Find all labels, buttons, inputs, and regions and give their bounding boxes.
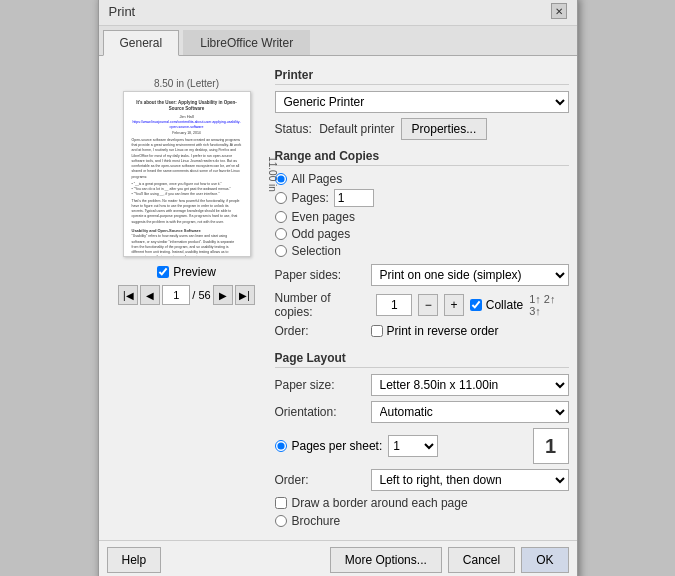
status-label: Status: Default printer	[275, 122, 395, 136]
titlebar: Print ✕	[99, 0, 577, 26]
preview-label: Preview	[173, 265, 216, 279]
tab-bar: General LibreOffice Writer	[99, 26, 577, 56]
selection-label: Selection	[292, 244, 341, 258]
pages-sheet-radio: Pages per sheet:	[275, 439, 383, 453]
last-page-button[interactable]: ▶|	[235, 285, 255, 305]
border-label: Draw a border around each page	[292, 496, 468, 510]
first-page-button[interactable]: |◀	[118, 285, 138, 305]
tab-writer[interactable]: LibreOffice Writer	[183, 30, 310, 55]
pages-sheet-label: Pages per sheet:	[292, 439, 383, 453]
preview-content: It's about the User: Applying Usability …	[132, 100, 242, 257]
even-pages-label: Even pages	[292, 210, 355, 224]
paper-size-row: Paper size: Letter 8.50in x 11.00in	[275, 374, 569, 396]
preview-nav: |◀ ◀ / 56 ▶ ▶|	[118, 285, 254, 305]
preview-panel: 8.50 in (Letter) It's about the User: Ap…	[107, 64, 267, 532]
border-row: Draw a border around each page	[275, 496, 569, 510]
dialog-footer: Help More Options... Cancel OK	[99, 540, 577, 576]
copies-input[interactable]	[376, 294, 412, 316]
collate-check: Collate 1↑ 2↑ 3↑	[470, 293, 569, 317]
dialog-body: 8.50 in (Letter) It's about the User: Ap…	[99, 56, 577, 540]
copies-minus-button[interactable]: −	[418, 294, 438, 316]
prev-page-button[interactable]: ◀	[140, 285, 160, 305]
brochure-label: Brochure	[292, 514, 341, 528]
odd-pages-radio[interactable]	[275, 228, 287, 240]
printer-select[interactable]: Generic Printer	[275, 91, 569, 113]
more-options-button[interactable]: More Options...	[330, 547, 442, 573]
footer-left: Help	[107, 547, 162, 573]
dimension-top: 8.50 in (Letter)	[123, 78, 251, 89]
order-check: Print in reverse order	[371, 324, 499, 338]
paper-size-label: Paper size:	[275, 378, 365, 392]
help-button[interactable]: Help	[107, 547, 162, 573]
layout-order-label: Order:	[275, 473, 365, 487]
pages-sheet-row: Pages per sheet: 1 1	[275, 428, 569, 464]
properties-button[interactable]: Properties...	[401, 118, 488, 140]
pages-input[interactable]	[334, 189, 374, 207]
odd-pages-label: Odd pages	[292, 227, 351, 241]
pages-sheet-select[interactable]: 1	[388, 435, 438, 457]
order-label: Order:	[275, 324, 365, 338]
printer-status-row: Status: Default printer Properties...	[275, 118, 569, 140]
even-pages-row: Even pages	[275, 210, 569, 224]
pages-label: Pages:	[292, 191, 329, 205]
border-checkbox[interactable]	[275, 497, 287, 509]
reverse-order-checkbox[interactable]	[371, 325, 383, 337]
paper-sides-select[interactable]: Print on one side (simplex)	[371, 264, 569, 286]
all-pages-label: All Pages	[292, 172, 343, 186]
right-panel: Printer Generic Printer Status: Default …	[275, 64, 569, 532]
selection-radio[interactable]	[275, 245, 287, 257]
collate-label: Collate	[486, 298, 523, 312]
printer-section-header: Printer	[275, 64, 569, 85]
copies-label: Number of copies:	[275, 291, 371, 319]
range-section-header: Range and Copies	[275, 145, 569, 166]
page-layout-section: Page Layout Paper size: Letter 8.50in x …	[275, 347, 569, 532]
preview-checkbox[interactable]	[157, 266, 169, 278]
pages-radio[interactable]	[275, 192, 287, 204]
page-preview-wrapper: 8.50 in (Letter) It's about the User: Ap…	[123, 78, 251, 257]
preview-page: It's about the User: Applying Usability …	[123, 91, 251, 257]
all-pages-row: All Pages	[275, 172, 569, 186]
layout-order-select[interactable]: Left to right, then down	[371, 469, 569, 491]
page-number-input[interactable]	[162, 285, 190, 305]
orientation-row: Orientation: Automatic	[275, 401, 569, 423]
odd-pages-row: Odd pages	[275, 227, 569, 241]
sheet-preview: 1	[533, 428, 569, 464]
paper-sides-label: Paper sides:	[275, 268, 365, 282]
collate-checkbox[interactable]	[470, 299, 482, 311]
reverse-order-label: Print in reverse order	[387, 324, 499, 338]
collate-icon: 1↑ 2↑ 3↑	[529, 293, 568, 317]
copies-row: Number of copies: − + Collate 1↑ 2↑ 3↑	[275, 291, 569, 319]
layout-section-header: Page Layout	[275, 347, 569, 368]
close-button[interactable]: ✕	[551, 3, 567, 19]
dimension-side: 11.00 in	[267, 156, 278, 192]
even-pages-radio[interactable]	[275, 211, 287, 223]
footer-right: More Options... Cancel OK	[330, 547, 569, 573]
cancel-button[interactable]: Cancel	[448, 547, 515, 573]
paper-size-select[interactable]: Letter 8.50in x 11.00in	[371, 374, 569, 396]
paper-sides-row: Paper sides: Print on one side (simplex)	[275, 264, 569, 286]
dialog-title: Print	[109, 4, 136, 19]
brochure-row: Brochure	[275, 514, 569, 528]
selection-row: Selection	[275, 244, 569, 258]
layout-order-row: Order: Left to right, then down	[275, 469, 569, 491]
ok-button[interactable]: OK	[521, 547, 568, 573]
orientation-select[interactable]: Automatic	[371, 401, 569, 423]
printer-select-row: Generic Printer	[275, 91, 569, 113]
tab-general[interactable]: General	[103, 30, 180, 56]
pages-sheet-radio-input[interactable]	[275, 440, 287, 452]
preview-check-row: Preview	[157, 265, 216, 279]
order-row: Order: Print in reverse order	[275, 324, 569, 338]
range-radio-group: All Pages Pages: Even pages Odd pages	[275, 172, 569, 258]
pages-row: Pages:	[275, 189, 569, 207]
copies-plus-button[interactable]: +	[444, 294, 464, 316]
print-dialog: Print ✕ General LibreOffice Writer 8.50 …	[98, 0, 578, 576]
next-page-button[interactable]: ▶	[213, 285, 233, 305]
brochure-radio[interactable]	[275, 515, 287, 527]
page-total: / 56	[192, 289, 210, 301]
orientation-label: Orientation:	[275, 405, 365, 419]
